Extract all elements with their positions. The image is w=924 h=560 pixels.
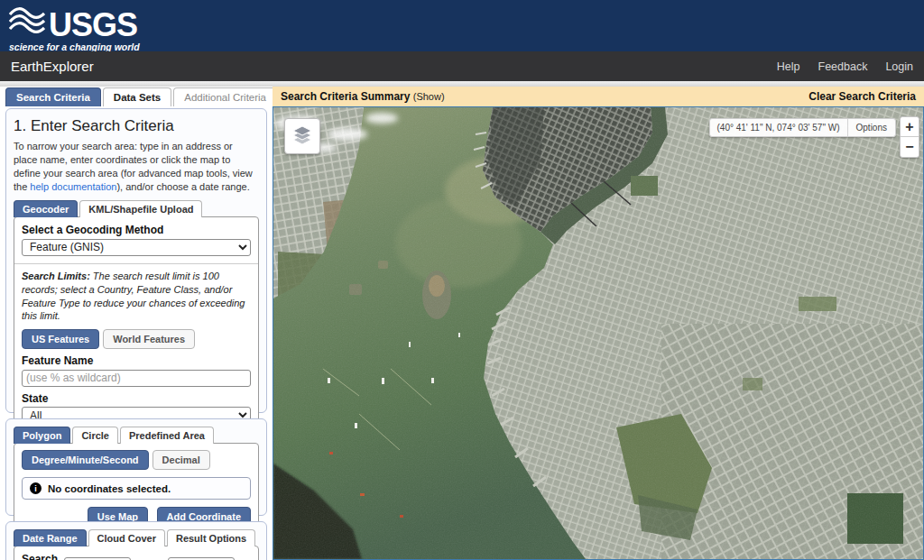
- tab-geocoder[interactable]: Geocoder: [14, 200, 78, 217]
- date-range-card: Date Range Cloud Cover Result Options Se…: [5, 521, 267, 560]
- info-icon: i: [30, 482, 42, 494]
- layers-icon: [291, 123, 314, 150]
- tab-predefined-area[interactable]: Predefined Area: [120, 427, 214, 444]
- map-options-button[interactable]: Options: [848, 119, 895, 136]
- map-container[interactable]: (40° 41' 11" N, 074° 03' 57" W) Options …: [273, 106, 924, 560]
- date-from-input[interactable]: [64, 557, 131, 560]
- search-limits-note: Search Limits: The search result limit i…: [22, 270, 251, 323]
- tab-search-criteria[interactable]: Search Criteria: [5, 87, 101, 106]
- help-link[interactable]: Help: [777, 60, 800, 73]
- tab-cloud-cover[interactable]: Cloud Cover: [88, 529, 165, 546]
- geocoding-method-label: Select a Geocoding Method: [22, 224, 251, 236]
- usgs-header: USGS science for a changing world: [0, 0, 924, 51]
- tab-polygon[interactable]: Polygon: [14, 427, 70, 444]
- no-coordinates-message: No coordinates selected.: [48, 483, 171, 494]
- state-label: State: [22, 392, 251, 405]
- usgs-brand: USGS: [49, 11, 137, 40]
- map-coordinate-bar: (40° 41' 11" N, 074° 03' 57" W) Options: [709, 118, 897, 137]
- geocoder-tab-bar: Geocoder KML/Shapefile Upload: [14, 200, 259, 217]
- panel-heading: 1. Enter Search Criteria: [14, 117, 259, 135]
- search-criteria-panel: 1. Enter Search Criteria To narrow your …: [0, 106, 273, 560]
- usgs-logo: USGS science for a changing world: [9, 5, 140, 52]
- summary-title: Search Criteria Summary: [281, 90, 410, 103]
- search-from-label: Search from:: [22, 553, 60, 560]
- tab-additional-criteria[interactable]: Additional Criteria: [173, 87, 277, 106]
- app-bar: EarthExplorer Help Feedback Login: [0, 51, 924, 81]
- us-features-button[interactable]: US Features: [22, 329, 99, 349]
- feedback-link[interactable]: Feedback: [818, 60, 868, 73]
- help-documentation-link[interactable]: help documentation: [30, 181, 116, 192]
- form-divider: [14, 263, 258, 264]
- clear-search-criteria-button[interactable]: Clear Search Criteria: [808, 90, 916, 103]
- date-range-form: Search from: to:: [14, 546, 259, 560]
- tab-date-range[interactable]: Date Range: [14, 529, 87, 546]
- usgs-wave-icon: [9, 5, 45, 40]
- tab-result-options[interactable]: Result Options: [167, 529, 255, 546]
- satellite-imagery[interactable]: [273, 107, 923, 559]
- enter-search-criteria-card: 1. Enter Search Criteria To narrow your …: [5, 108, 267, 413]
- date-tab-bar: Date Range Cloud Cover Result Options: [14, 529, 259, 546]
- world-features-button[interactable]: World Features: [103, 329, 195, 349]
- cursor-coordinates: (40° 41' 11" N, 074° 03' 57" W): [710, 119, 848, 136]
- feature-name-input[interactable]: [22, 370, 251, 387]
- tab-data-sets[interactable]: Data Sets: [103, 87, 171, 106]
- geocoding-method-select[interactable]: Feature (GNIS): [22, 239, 251, 256]
- search-criteria-summary-bar: Search Criteria Summary (Show) Clear Sea…: [273, 87, 924, 106]
- date-to-input[interactable]: [168, 557, 235, 560]
- app-title: EarthExplorer: [11, 59, 94, 74]
- feature-name-label: Feature Name: [22, 354, 251, 367]
- area-selection-card: Polygon Circle Predefined Area Degree/Mi…: [5, 418, 267, 516]
- decimal-format-button[interactable]: Decimal: [152, 450, 210, 470]
- login-link[interactable]: Login: [885, 60, 913, 73]
- area-tab-bar: Polygon Circle Predefined Area: [14, 427, 259, 444]
- tab-kml-shapefile-upload[interactable]: KML/Shapefile Upload: [79, 200, 202, 217]
- summary-show-toggle[interactable]: (Show): [413, 91, 445, 102]
- tab-circle[interactable]: Circle: [72, 427, 118, 444]
- panel-intro: To narrow your search area: type in an a…: [14, 140, 259, 193]
- layers-button[interactable]: [284, 118, 320, 154]
- zoom-control: + −: [900, 116, 919, 158]
- dms-format-button[interactable]: Degree/Minute/Second: [22, 450, 149, 470]
- no-coordinates-infobox: i No coordinates selected.: [22, 477, 251, 500]
- zoom-out-button[interactable]: −: [901, 137, 919, 157]
- zoom-in-button[interactable]: +: [901, 117, 919, 137]
